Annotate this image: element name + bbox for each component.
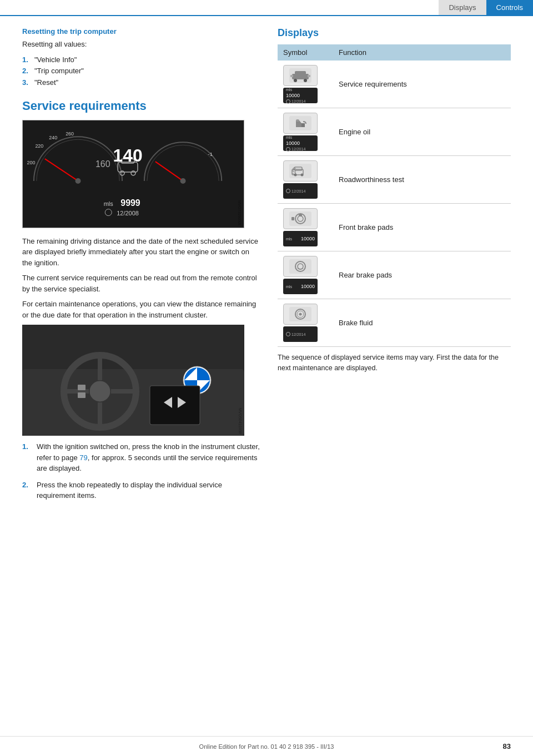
header-tabs: Displays Controls: [0, 0, 533, 16]
table-row: mls1000012/2014Service requirements: [278, 61, 511, 108]
footer: Online Edition for Part no. 01 40 2 918 …: [0, 736, 533, 756]
list-num-3: 3.: [22, 77, 31, 89]
list-num-2: 2.: [22, 65, 31, 77]
symbol-icon: 12/2014: [283, 304, 328, 342]
svg-point-39: [304, 79, 307, 82]
steering-svg: [22, 325, 244, 436]
svg-rect-34: [78, 392, 86, 398]
list-item: 2. "Trip computer": [22, 65, 261, 77]
service-requirements-heading: Service requirements: [22, 99, 261, 113]
gauge-image: 200 220 240 260: [22, 120, 244, 228]
service-para-3: For certain maintenance operations, you …: [22, 299, 261, 320]
svg-point-8: [180, 178, 186, 184]
left-column: Resetting the trip computer Resetting al…: [22, 27, 261, 507]
svg-point-38: [294, 79, 297, 82]
symbol-icon: mls1000012/2014: [283, 113, 328, 151]
svg-text:12/2008: 12/2008: [117, 210, 139, 216]
svg-text:9999: 9999: [120, 198, 140, 208]
svg-text:240: 240: [49, 135, 57, 140]
step-num-2: 2.: [22, 480, 32, 501]
watermark-1: MVO73290XA: [238, 200, 242, 225]
col-function: Function: [333, 44, 511, 61]
service-para-1: The remaining driving distance and the d…: [22, 236, 261, 269]
svg-point-23: [89, 380, 111, 402]
resetting-steps-list: 1. "Vehicle Info" 2. "Trip computer" 3. …: [22, 54, 261, 89]
icon-box-bottom: 12/2014: [283, 183, 318, 199]
symbol-cell: mls10000: [278, 204, 333, 251]
svg-text:140: 140: [113, 145, 142, 165]
symbol-icon: § 12/2014: [283, 160, 328, 199]
list-item: 3. "Reset": [22, 77, 261, 89]
svg-point-6: [76, 178, 81, 184]
icon-box-bottom: mls1000012/2014: [283, 135, 318, 151]
clock-icon: [286, 147, 290, 152]
svg-text:220: 220: [35, 143, 43, 149]
gauge-svg: 200 220 240 260: [23, 120, 244, 228]
symbol-icon: mls1000012/2014: [283, 65, 328, 103]
icon-box-bottom: mls10000: [283, 279, 318, 294]
footer-page: 83: [503, 742, 511, 750]
function-cell: Brake fluid: [333, 299, 511, 347]
svg-point-49: [301, 174, 304, 177]
svg-rect-33: [78, 385, 86, 390]
icon-box-top: [283, 304, 318, 325]
svg-text:160: 160: [95, 159, 110, 169]
table-row: mls1000012/2014Engine oil: [278, 108, 511, 156]
symbol-icon: mls10000: [283, 256, 328, 294]
service-para-2: The current service requirements can be …: [22, 273, 261, 294]
list-item-2-text: "Trip computer": [34, 65, 84, 77]
tab-displays[interactable]: Displays: [439, 0, 486, 15]
function-cell: Service requirements: [333, 61, 511, 108]
displays-note: The sequence of displayed service items …: [278, 352, 511, 374]
list-item-3-text: "Reset": [34, 77, 58, 89]
function-cell: Front brake pads: [333, 204, 511, 251]
icon-box-top: [283, 208, 318, 229]
col-symbol: Symbol: [278, 44, 333, 61]
step-text-1: With the ignition switched on, press the…: [37, 441, 261, 474]
resetting-intro: Resetting all values:: [22, 39, 261, 50]
list-item-1-text: "Vehicle Info": [34, 54, 77, 66]
symbol-cell: § 12/2014: [278, 156, 333, 204]
svg-text:-1: -1: [208, 151, 213, 157]
bottom-steps-list: 1. With the ignition switched on, press …: [22, 441, 261, 501]
watermark-2: MVO50410XW: [238, 408, 242, 434]
clock-icon: [286, 99, 290, 104]
step-item-2: 2. Press the knob repeatedly to display …: [22, 480, 261, 501]
step-num-1: 1.: [22, 441, 32, 474]
page-link-79[interactable]: 79: [79, 453, 87, 462]
tab-controls[interactable]: Controls: [486, 0, 533, 15]
function-cell: Roadworthiness test: [333, 156, 511, 204]
resetting-title: Resetting the trip computer: [22, 27, 261, 36]
main-content: Resetting the trip computer Resetting al…: [0, 16, 533, 529]
icon-box-bottom: mls10000: [283, 231, 318, 246]
displays-table: Symbol Function mls1000012/2014Service r…: [278, 44, 511, 347]
function-cell: Rear brake pads: [333, 251, 511, 299]
svg-point-43: [296, 119, 299, 122]
step-item-1: 1. With the ignition switched on, press …: [22, 441, 261, 474]
footer-text: Online Edition for Part no. 01 40 2 918 …: [199, 743, 334, 750]
svg-text:260: 260: [66, 131, 74, 137]
icon-box-top: §: [283, 160, 318, 182]
svg-rect-37: [295, 71, 306, 75]
svg-rect-53: [299, 214, 302, 216]
symbol-cell: 12/2014: [278, 299, 333, 347]
icon-box-bottom: 12/2014: [283, 326, 318, 342]
symbol-icon: mls10000: [283, 208, 328, 246]
symbol-cell: mls1000012/2014: [278, 108, 333, 156]
table-row: mls10000Rear brake pads: [278, 251, 511, 299]
table-row: mls10000Front brake pads: [278, 204, 511, 251]
steering-image: MVO50410XW: [22, 325, 244, 436]
svg-rect-30: [150, 386, 200, 425]
symbol-cell: mls1000012/2014: [278, 61, 333, 108]
right-column: Displays Symbol Function mls1000012/2014…: [278, 27, 511, 507]
svg-rect-54: [291, 217, 294, 220]
displays-title: Displays: [278, 27, 511, 39]
svg-text:200: 200: [27, 160, 35, 165]
clock-icon: [286, 332, 290, 336]
list-item: 1. "Vehicle Info": [22, 54, 261, 66]
icon-box-bottom: mls1000012/2014: [283, 88, 318, 103]
clock-icon: [286, 189, 290, 193]
svg-rect-41: [308, 75, 310, 77]
icon-box-top: [283, 113, 318, 134]
symbol-cell: mls10000: [278, 251, 333, 299]
